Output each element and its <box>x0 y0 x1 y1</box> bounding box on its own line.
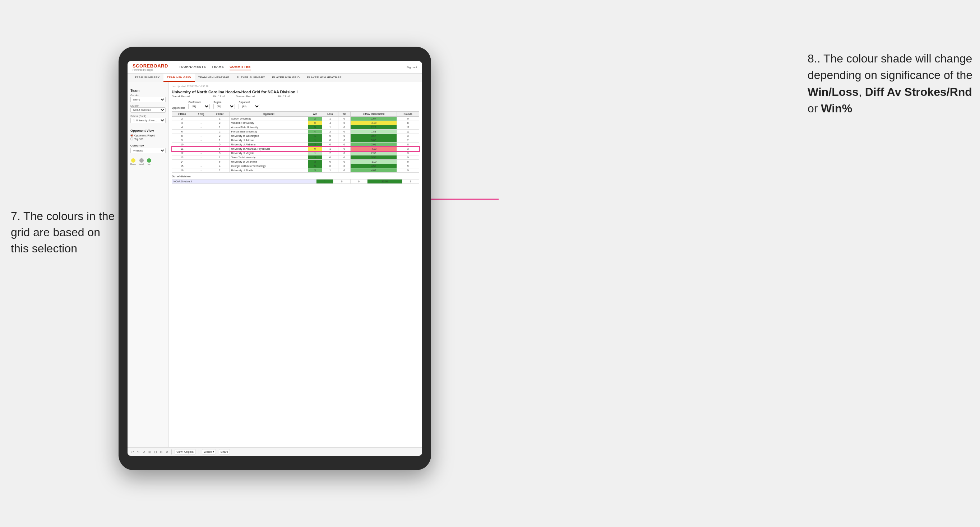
table-row: 6 - 2 Florida State University 4 2 0 1.8… <box>172 130 419 134</box>
table-row: 16 - 2 University of Florida 3 1 0 4.62 … <box>172 168 419 173</box>
cell-opponent: Auburn University <box>229 117 308 121</box>
cell-diff: -4.33 <box>350 147 396 151</box>
nav-link-teams[interactable]: TEAMS <box>212 64 224 70</box>
cell-tie: 0 <box>338 138 350 143</box>
toolbar-refresh[interactable]: ⤾ <box>143 450 145 454</box>
tab-player-h2h-grid[interactable]: PLAYER H2H GRID <box>269 74 304 82</box>
cell-tie: 0 <box>338 156 350 160</box>
tab-player-h2h-heatmap[interactable]: PLAYER H2H HEATMAP <box>303 74 345 82</box>
nav-links: TOURNAMENTS TEAMS COMMITTEE <box>179 64 396 70</box>
cell-tie: 0 <box>338 121 350 125</box>
cell-rounds: 9 <box>397 117 419 121</box>
cell-diff: 2.28 <box>350 125 396 130</box>
ipad-frame: SCOREBOARD Powered by clippd TOURNAMENTS… <box>119 47 431 470</box>
tab-team-h2h-grid[interactable]: TEAM H2H GRID <box>164 74 195 82</box>
cell-opponent: Vanderbilt University <box>229 121 308 125</box>
out-of-division-table: NCAA Division II 1 0 0 26.00 3 <box>172 179 419 184</box>
cell-rounds: 17 <box>397 125 419 130</box>
share-button[interactable]: Share <box>219 449 230 454</box>
conference-filter-select[interactable]: (All) <box>188 104 210 109</box>
col-loss: Loss <box>322 112 338 117</box>
table-row: 3 - 2 Vanderbilt University 0 4 0 -2.29 … <box>172 121 419 125</box>
legend-down: Down <box>130 158 136 165</box>
sign-out-link[interactable]: Sign out <box>403 66 417 69</box>
main-content: Team Gender Men's Division NCAA Division… <box>127 82 422 447</box>
ipad-screen: SCOREBOARD Powered by clippd TOURNAMENTS… <box>127 61 422 456</box>
toolbar-undo[interactable]: ↩ <box>131 450 134 454</box>
cell-diff: 3.67 <box>350 134 396 138</box>
cell-reg: - <box>192 138 210 143</box>
cell-opponent: University of Washington <box>229 134 308 138</box>
cell-opponent: Georgia Institute of Technology <box>229 164 308 168</box>
radio-label-opponents: Opponents Played <box>134 134 155 137</box>
cell-loss: 0 <box>322 164 338 168</box>
filter-row: Opponents: Conference (All) Region (All) <box>172 101 419 109</box>
radio-top100[interactable]: Top 100 <box>130 138 165 140</box>
view-original-button[interactable]: View: Original <box>175 449 196 454</box>
school-select[interactable]: 1. University of Nort... <box>130 118 165 123</box>
cell-opponent: University of Arizona <box>229 138 308 143</box>
division-label: Division <box>130 105 165 107</box>
opponent-filter-select[interactable]: (All) <box>239 104 260 109</box>
region-filter-select[interactable]: (All) <box>213 104 235 109</box>
watch-button[interactable]: Watch ▾ <box>202 449 216 454</box>
opponents-label: Opponents: <box>172 106 185 109</box>
division-select[interactable]: NCAA Division I <box>130 107 165 113</box>
colour-by-select[interactable]: Win/loss <box>130 148 165 153</box>
radio-dot-opponents[interactable] <box>130 134 133 137</box>
cell-diff: 2.33 <box>350 151 396 156</box>
cell-opponent: University of Alabama <box>229 143 308 147</box>
radio-dot-top100[interactable] <box>130 138 133 140</box>
radio-label-top100: Top 100 <box>134 138 143 140</box>
toolbar-redo[interactable]: ↪ <box>137 450 140 454</box>
cell-reg: - <box>192 160 210 164</box>
tab-player-summary[interactable]: PLAYER SUMMARY <box>233 74 268 82</box>
cell-tie: 0 <box>350 179 367 184</box>
col-conf: # Conf <box>210 112 229 117</box>
toolbar-crop[interactable]: ⊡ <box>154 450 157 454</box>
radio-opponents-played[interactable]: Opponents Played <box>130 134 165 137</box>
cell-tie: 0 <box>338 143 350 147</box>
cell-reg: - <box>192 156 210 160</box>
cell-reg: - <box>192 130 210 134</box>
cell-conf: 6 <box>210 147 229 151</box>
col-tie: Tie <box>338 112 350 117</box>
gender-select[interactable]: Men's <box>130 97 165 102</box>
cell-rounds: 8 <box>397 121 419 125</box>
cell-tie: 0 <box>338 168 350 173</box>
toolbar-plus[interactable]: ⊕ <box>160 450 163 454</box>
cell-rank: 14 <box>172 160 192 164</box>
cell-rank: 6 <box>172 130 192 134</box>
tab-team-summary[interactable]: TEAM SUMMARY <box>131 74 164 82</box>
cell-opponent: University of Oklahoma <box>229 160 308 164</box>
legend-dot-down <box>131 158 135 163</box>
annotation-right: 8.. The colour shade will change dependi… <box>808 50 973 117</box>
cell-rounds: 9 <box>397 160 419 164</box>
cell-win: 4 <box>308 130 322 134</box>
cell-loss: 1 <box>322 117 338 121</box>
toolbar-clock[interactable]: ⊘ <box>165 450 169 454</box>
tab-team-h2h-heatmap[interactable]: TEAM H2H HEATMAP <box>195 74 233 82</box>
table-row: 14 - 6 University of Oklahoma 3 0 0 -1.0… <box>172 160 419 164</box>
table-row: 2 - 1 Auburn University 2 1 0 1.67 9 <box>172 117 419 121</box>
cell-diff: 9.00 <box>350 138 396 143</box>
col-opponent: Opponent <box>229 112 308 117</box>
cell-loss: 1 <box>322 125 338 130</box>
cell-rank: 16 <box>172 168 192 173</box>
cell-conf: 2 <box>210 121 229 125</box>
cell-loss: 0 <box>322 156 338 160</box>
toolbar-divider-2 <box>199 449 199 454</box>
toolbar-grid[interactable]: ⊞ <box>148 450 151 454</box>
out-of-division-row: NCAA Division II 1 0 0 26.00 3 <box>172 179 419 184</box>
cell-loss: 2 <box>322 151 338 156</box>
cell-diff: 2.61 <box>350 143 396 147</box>
cell-reg: - <box>192 117 210 121</box>
nav-link-tournaments[interactable]: TOURNAMENTS <box>179 64 206 70</box>
nav-link-committee[interactable]: COMMITTEE <box>229 64 251 70</box>
cell-tie: 0 <box>338 164 350 168</box>
cell-opponent: Texas Tech University <box>229 156 308 160</box>
cell-rank: 2 <box>172 117 192 121</box>
legend-level: Level <box>138 158 144 165</box>
table-row: 15 - 4 Georgia Institute of Technology 5… <box>172 164 419 168</box>
cell-conf: 2 <box>210 134 229 138</box>
